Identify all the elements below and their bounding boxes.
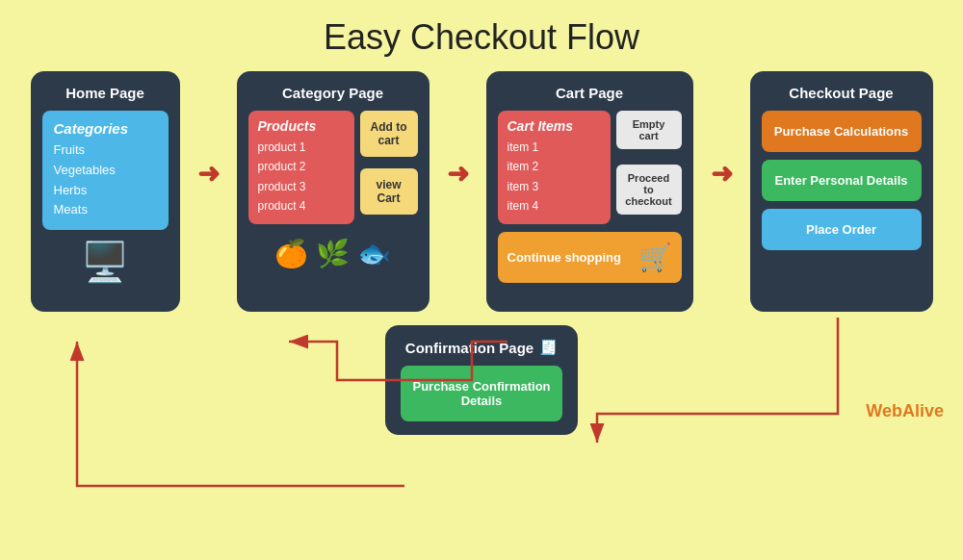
home-page-title: Home Page <box>42 85 169 101</box>
cart-item-3: item 3 <box>508 177 601 196</box>
purchase-calculations-button[interactable]: Purchase Calculations <box>762 111 922 152</box>
place-order-button[interactable]: Place Order <box>762 209 922 250</box>
product-1: product 1 <box>258 138 345 157</box>
checkout-page-card: Checkout Page Purchase Calculations Ente… <box>750 71 933 312</box>
cart-emoji: 🛒 <box>638 242 672 273</box>
herb-emoji: 🌿 <box>316 238 350 269</box>
category-page-title: Category Page <box>248 85 418 101</box>
cart-page-title: Cart Page <box>498 85 682 101</box>
category-buttons-col: Add to cart view Cart <box>360 111 418 224</box>
arrow-home-to-category: ➜ <box>197 158 220 190</box>
continue-shopping-text: Continue shopping <box>508 250 633 265</box>
home-page-card: Home Page Categories Fruits Vegetables H… <box>31 71 180 312</box>
cart-item-1: item 1 <box>508 138 601 157</box>
category-emoji-row: 🍊 🌿 🐟 <box>248 238 418 269</box>
continue-shopping-button[interactable]: Continue shopping 🛒 <box>498 232 682 283</box>
cart-page-card: Cart Page Cart Items item 1 item 2 item … <box>486 71 693 312</box>
web-text: Web <box>866 401 902 420</box>
categories-box: Categories Fruits Vegetables Herbs Meats <box>42 111 169 230</box>
categories-title: Categories <box>54 120 157 137</box>
category-fruits: Fruits <box>54 140 157 161</box>
purchase-confirmation-button[interactable]: Purchase Confirmation Details <box>401 366 562 421</box>
confirmation-page-card: Confirmation Page 🧾 Purchase Confirmatio… <box>385 325 578 435</box>
products-list: product 1 product 2 product 3 product 4 <box>258 138 345 216</box>
confirmation-title-text: Confirmation Page <box>405 340 534 356</box>
cart-items-title: Cart Items <box>508 118 601 134</box>
alive-text: Alive <box>902 401 944 420</box>
category-meats: Meats <box>54 200 157 220</box>
receipt-icon: 🧾 <box>539 339 558 356</box>
webalive-brand: WebAlive <box>866 401 944 421</box>
cart-buttons-col: Empty cart Proceed to checkout <box>616 111 682 224</box>
add-to-cart-button[interactable]: Add to cart <box>360 111 418 157</box>
categories-list: Fruits Vegetables Herbs Meats <box>54 140 157 220</box>
products-box: Products product 1 product 2 product 3 p… <box>248 111 354 224</box>
page-title: Easy Checkout Flow <box>0 0 963 71</box>
confirmation-page-title: Confirmation Page 🧾 <box>401 339 562 356</box>
empty-cart-button[interactable]: Empty cart <box>616 111 682 149</box>
confirmation-section: Confirmation Page 🧾 Purchase Confirmatio… <box>0 325 963 435</box>
arrow-cart-to-checkout: ➜ <box>711 158 733 190</box>
product-2: product 2 <box>258 157 345 176</box>
monitor-icon: 🖥️ <box>42 240 169 285</box>
cart-items-box: Cart Items item 1 item 2 item 3 item 4 <box>498 111 611 224</box>
arrow-category-to-cart: ➜ <box>447 158 469 190</box>
view-cart-button[interactable]: view Cart <box>360 168 418 215</box>
checkout-page-title: Checkout Page <box>762 85 922 101</box>
cart-items-list: item 1 item 2 item 3 item 4 <box>508 138 601 216</box>
product-3: product 3 <box>258 177 345 196</box>
cart-item-4: item 4 <box>508 196 601 216</box>
category-page-card: Category Page Products product 1 product… <box>237 71 429 312</box>
fruit-emoji: 🍊 <box>274 238 308 269</box>
cart-item-2: item 2 <box>508 157 601 176</box>
product-4: product 4 <box>258 196 345 216</box>
fish-emoji: 🐟 <box>357 238 391 269</box>
category-vegetables: Vegetables <box>54 161 157 181</box>
category-herbs: Herbs <box>54 181 157 201</box>
products-title: Products <box>258 118 345 134</box>
proceed-to-checkout-button[interactable]: Proceed to checkout <box>616 165 682 215</box>
enter-personal-details-button[interactable]: Enter Personal Details <box>762 160 922 201</box>
